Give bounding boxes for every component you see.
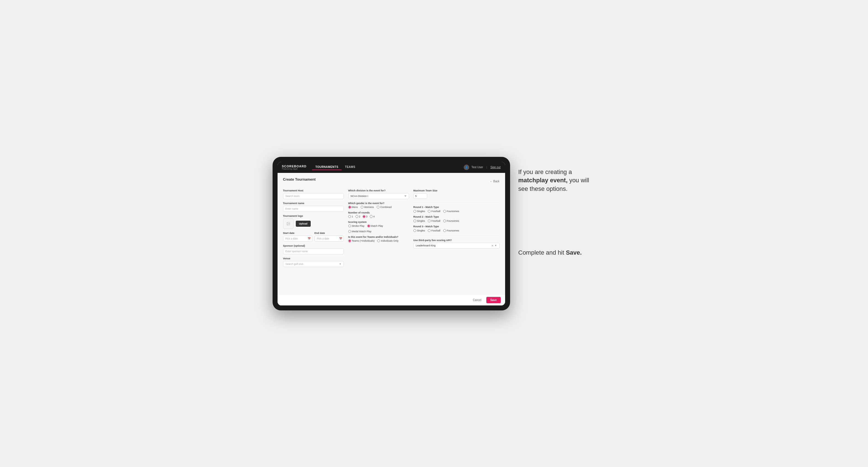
round3-singles-text: Singles — [417, 229, 425, 232]
round1-foursomes-text: Foursomes — [447, 210, 459, 213]
gender-mens-radio[interactable] — [348, 206, 351, 209]
round3-singles-label[interactable]: Singles — [413, 229, 425, 232]
scoring-stroke-radio[interactable] — [348, 224, 351, 227]
gender-womens-radio[interactable] — [361, 206, 364, 209]
sponsor-label: Sponsor (optional) — [283, 244, 344, 247]
nav-bar: SCOREBOARD Powered by clippit TOURNAMENT… — [278, 162, 505, 173]
round1-fourball-radio[interactable] — [428, 210, 431, 213]
form-middle-column: Which division is the event for? NCAA Di… — [348, 189, 409, 270]
scoring-label: Scoring system — [348, 221, 409, 223]
tournament-logo-group: Tournament logo Upload — [283, 215, 344, 229]
event-type-individuals-radio[interactable] — [377, 240, 380, 242]
third-party-input-wrapper[interactable]: Leaderboard King ✕ ▼ — [413, 243, 500, 249]
scoring-medal-radio[interactable] — [348, 230, 351, 233]
tournament-name-input[interactable] — [283, 206, 344, 212]
third-party-value: Leaderboard King — [416, 244, 436, 247]
tag-remove-icon[interactable]: ✕ — [491, 244, 494, 247]
cancel-button[interactable]: Cancel — [470, 297, 484, 303]
gender-mens-label[interactable]: Mens — [348, 206, 358, 209]
rounds-3-label[interactable]: 3 — [363, 215, 368, 218]
annotation-bottom-bold: Save. — [566, 249, 582, 256]
end-date-wrapper: 📅 — [315, 236, 344, 242]
nav-links: TOURNAMENTS TEAMS — [312, 164, 359, 170]
gender-combined-label[interactable]: Combined — [377, 206, 392, 209]
round3-fourball-label[interactable]: Fourball — [428, 229, 440, 232]
rounds-2-label[interactable]: 2 — [355, 215, 361, 218]
scoring-match-label[interactable]: Match Play — [367, 224, 383, 227]
gender-mens-text: Mens — [352, 206, 358, 209]
round2-foursomes-label[interactable]: Foursomes — [443, 220, 459, 222]
round1-singles-text: Singles — [417, 210, 425, 213]
form-footer: Cancel Save — [278, 294, 505, 306]
scoring-group: Scoring system Stroke Play Match Play — [348, 221, 409, 233]
rounds-label: Number of rounds — [348, 211, 409, 214]
chevron-down-icon-2: ▼ — [495, 244, 497, 247]
rounds-1-radio[interactable] — [348, 215, 351, 218]
event-type-teams-label[interactable]: Teams (+Individuals) — [348, 240, 375, 242]
round3-foursomes-radio[interactable] — [443, 229, 446, 232]
sponsor-input[interactable] — [283, 248, 344, 254]
round1-fourball-label[interactable]: Fourball — [428, 210, 440, 213]
tournament-host-group: Tournament Host — [283, 189, 344, 199]
round3-foursomes-label[interactable]: Foursomes — [443, 229, 459, 232]
event-type-individuals-label[interactable]: Individuals Only — [377, 240, 399, 242]
nav-right: 👤 Test User | Sign out — [464, 165, 501, 170]
logo-upload-area: Upload — [283, 218, 344, 229]
scoring-match-radio[interactable] — [367, 224, 370, 227]
round2-foursomes-radio[interactable] — [443, 220, 446, 222]
event-type-teams-radio[interactable] — [348, 240, 351, 242]
gender-womens-label[interactable]: Womens — [361, 206, 374, 209]
scoring-stroke-label[interactable]: Stroke Play — [348, 224, 365, 227]
round2-fourball-label[interactable]: Fourball — [428, 220, 440, 222]
tablet-screen: SCOREBOARD Powered by clippit TOURNAMENT… — [278, 162, 505, 306]
round3-fourball-radio[interactable] — [428, 229, 431, 232]
rounds-2-radio[interactable] — [355, 215, 358, 218]
tablet-device: SCOREBOARD Powered by clippit TOURNAMENT… — [273, 157, 510, 310]
gender-combined-radio[interactable] — [377, 206, 379, 209]
round1-singles-label[interactable]: Singles — [413, 210, 425, 213]
date-group: Start date 📅 End date — [283, 232, 344, 242]
event-type-label: Is this event for Teams and/or Individua… — [348, 236, 409, 238]
venue-input[interactable] — [283, 261, 344, 267]
third-party-group: Use third-party live scoring API? Leader… — [413, 239, 500, 249]
round2-singles-label[interactable]: Singles — [413, 220, 425, 222]
round2-fourball-radio[interactable] — [428, 220, 431, 222]
start-date-group: Start date 📅 — [283, 232, 312, 242]
save-button[interactable]: Save — [486, 297, 500, 303]
division-group: Which division is the event for? NCAA Di… — [348, 189, 409, 199]
round2-fourball-text: Fourball — [431, 220, 440, 222]
tournament-host-input[interactable] — [283, 193, 344, 199]
nav-separator: | — [486, 166, 487, 169]
annotation-top: If you are creating a matchplay event, y… — [518, 168, 596, 193]
nav-tournaments[interactable]: TOURNAMENTS — [312, 164, 342, 170]
back-button[interactable]: ← Back — [490, 180, 499, 183]
rounds-1-label[interactable]: 1 — [348, 215, 353, 218]
round1-foursomes-radio[interactable] — [443, 210, 446, 213]
rounds-4-radio[interactable] — [370, 215, 373, 218]
nav-teams[interactable]: TEAMS — [342, 164, 359, 170]
round1-foursomes-label[interactable]: Foursomes — [443, 210, 459, 213]
brand-sub: Powered by clippit — [282, 168, 307, 170]
sign-out-link[interactable]: Sign out — [491, 166, 501, 169]
upload-button[interactable]: Upload — [296, 221, 311, 227]
round3-foursomes-text: Foursomes — [447, 229, 459, 232]
scoring-medal-label[interactable]: Medal Match Play — [348, 230, 372, 233]
round1-radio-group: Singles Fourball Foursomes — [413, 210, 500, 213]
rounds-4-label[interactable]: 4 — [370, 215, 375, 218]
round1-singles-radio[interactable] — [413, 210, 416, 213]
event-type-radio-group: Teams (+Individuals) Individuals Only — [348, 240, 409, 242]
rounds-3-radio[interactable] — [363, 215, 365, 218]
venue-wrapper: ▼ — [283, 261, 344, 267]
brand-title: SCOREBOARD — [282, 165, 307, 168]
round3-singles-radio[interactable] — [413, 229, 416, 232]
gender-womens-text: Womens — [364, 206, 374, 209]
round3-label: Round 3 - Match Type — [413, 225, 500, 228]
start-date-wrapper: 📅 — [283, 236, 312, 242]
round2-singles-radio[interactable] — [413, 220, 416, 222]
tournament-name-label: Tournament name — [283, 202, 344, 205]
round2-label: Round 2 - Match Type — [413, 215, 500, 218]
rounds-2-text: 2 — [359, 215, 361, 218]
round3-match-type: Round 3 - Match Type Singles Fourball — [413, 225, 500, 232]
max-team-size-input[interactable] — [413, 193, 427, 199]
division-select[interactable]: NCAA Division I NCAA Division II NCAA Di… — [348, 193, 409, 199]
